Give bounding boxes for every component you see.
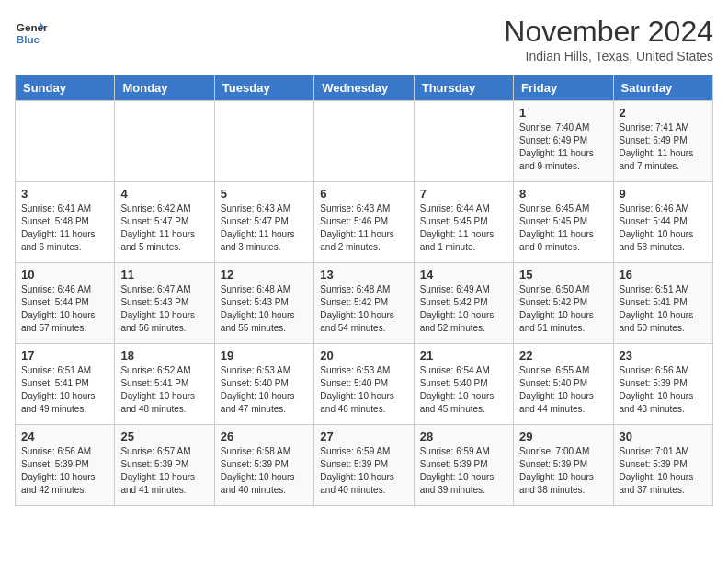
week-row-2: 3Sunrise: 6:41 AM Sunset: 5:48 PM Daylig… — [16, 182, 713, 263]
location-subtitle: Indian Hills, Texas, United States — [504, 49, 713, 63]
day-content: Sunrise: 6:56 AM Sunset: 5:39 PM Dayligh… — [620, 364, 707, 416]
calendar-cell: 24Sunrise: 6:56 AM Sunset: 5:39 PM Dayli… — [16, 425, 115, 506]
day-content: Sunrise: 6:46 AM Sunset: 5:44 PM Dayligh… — [21, 283, 108, 335]
day-number: 27 — [320, 430, 407, 443]
day-content: Sunrise: 6:49 AM Sunset: 5:42 PM Dayligh… — [420, 283, 507, 335]
day-number: 10 — [21, 268, 108, 282]
logo-icon: General Blue — [15, 15, 48, 48]
logo: General Blue — [15, 15, 48, 48]
weekday-header-friday: Friday — [514, 75, 613, 101]
calendar-cell: 15Sunrise: 6:50 AM Sunset: 5:42 PM Dayli… — [514, 263, 613, 344]
weekday-header-thursday: Thursday — [414, 75, 513, 101]
calendar-cell: 11Sunrise: 6:47 AM Sunset: 5:43 PM Dayli… — [115, 263, 214, 344]
week-row-5: 24Sunrise: 6:56 AM Sunset: 5:39 PM Dayli… — [16, 425, 713, 506]
day-number: 24 — [21, 430, 108, 443]
day-content: Sunrise: 6:51 AM Sunset: 5:41 PM Dayligh… — [620, 283, 707, 335]
day-number: 26 — [221, 430, 308, 443]
day-number: 2 — [620, 106, 707, 120]
day-content: Sunrise: 6:54 AM Sunset: 5:40 PM Dayligh… — [420, 364, 507, 416]
calendar-cell: 7Sunrise: 6:44 AM Sunset: 5:45 PM Daylig… — [414, 182, 513, 263]
calendar-cell: 8Sunrise: 6:45 AM Sunset: 5:45 PM Daylig… — [514, 182, 613, 263]
day-number: 15 — [519, 268, 607, 282]
day-content: Sunrise: 6:59 AM Sunset: 5:39 PM Dayligh… — [320, 445, 407, 497]
weekday-header-saturday: Saturday — [613, 75, 712, 101]
calendar-cell: 18Sunrise: 6:52 AM Sunset: 5:41 PM Dayli… — [115, 344, 214, 425]
day-number: 22 — [519, 349, 607, 362]
calendar-cell: 27Sunrise: 6:59 AM Sunset: 5:39 PM Dayli… — [314, 425, 414, 506]
day-content: Sunrise: 6:46 AM Sunset: 5:44 PM Dayligh… — [620, 202, 707, 254]
day-number: 1 — [519, 106, 607, 120]
day-content: Sunrise: 6:58 AM Sunset: 5:39 PM Dayligh… — [221, 445, 308, 497]
calendar-cell: 3Sunrise: 6:41 AM Sunset: 5:48 PM Daylig… — [16, 182, 115, 263]
day-number: 6 — [320, 187, 407, 201]
calendar-cell: 2Sunrise: 7:41 AM Sunset: 6:49 PM Daylig… — [613, 101, 712, 182]
calendar-cell: 16Sunrise: 6:51 AM Sunset: 5:41 PM Dayli… — [613, 263, 712, 344]
day-content: Sunrise: 7:00 AM Sunset: 5:39 PM Dayligh… — [519, 445, 607, 497]
day-content: Sunrise: 6:43 AM Sunset: 5:46 PM Dayligh… — [320, 202, 407, 254]
weekday-header-sunday: Sunday — [16, 75, 115, 101]
calendar-cell: 20Sunrise: 6:53 AM Sunset: 5:40 PM Dayli… — [314, 344, 414, 425]
day-number: 20 — [320, 349, 407, 362]
calendar-cell: 10Sunrise: 6:46 AM Sunset: 5:44 PM Dayli… — [16, 263, 115, 344]
day-content: Sunrise: 6:45 AM Sunset: 5:45 PM Dayligh… — [519, 202, 607, 254]
calendar-cell: 23Sunrise: 6:56 AM Sunset: 5:39 PM Dayli… — [613, 344, 712, 425]
weekday-header-wednesday: Wednesday — [314, 75, 414, 101]
weekday-header-row: SundayMondayTuesdayWednesdayThursdayFrid… — [16, 75, 713, 101]
svg-text:Blue: Blue — [17, 33, 40, 45]
calendar-cell — [414, 101, 513, 182]
calendar-cell — [214, 101, 313, 182]
calendar-cell: 30Sunrise: 7:01 AM Sunset: 5:39 PM Dayli… — [613, 425, 712, 506]
calendar-cell: 12Sunrise: 6:48 AM Sunset: 5:43 PM Dayli… — [214, 263, 313, 344]
day-number: 17 — [21, 349, 108, 362]
title-area: November 2024 Indian Hills, Texas, Unite… — [504, 15, 713, 63]
day-number: 18 — [120, 349, 208, 362]
calendar-cell: 26Sunrise: 6:58 AM Sunset: 5:39 PM Dayli… — [214, 425, 313, 506]
weekday-header-tuesday: Tuesday — [214, 75, 313, 101]
day-number: 3 — [21, 187, 108, 201]
day-number: 16 — [620, 268, 707, 282]
day-number: 19 — [221, 349, 308, 362]
day-number: 5 — [221, 187, 308, 201]
day-number: 30 — [620, 430, 707, 443]
calendar-cell: 19Sunrise: 6:53 AM Sunset: 5:40 PM Dayli… — [214, 344, 313, 425]
day-content: Sunrise: 6:52 AM Sunset: 5:41 PM Dayligh… — [120, 364, 208, 416]
calendar-cell: 5Sunrise: 6:43 AM Sunset: 5:47 PM Daylig… — [214, 182, 313, 263]
day-number: 23 — [620, 349, 707, 362]
day-content: Sunrise: 6:48 AM Sunset: 5:42 PM Dayligh… — [320, 283, 407, 335]
day-number: 7 — [420, 187, 507, 201]
day-content: Sunrise: 6:50 AM Sunset: 5:42 PM Dayligh… — [519, 283, 607, 335]
page-header: General Blue November 2024 Indian Hills,… — [15, 15, 713, 63]
calendar-cell: 17Sunrise: 6:51 AM Sunset: 5:41 PM Dayli… — [16, 344, 115, 425]
calendar-cell — [314, 101, 414, 182]
calendar-cell: 21Sunrise: 6:54 AM Sunset: 5:40 PM Dayli… — [414, 344, 513, 425]
day-content: Sunrise: 6:44 AM Sunset: 5:45 PM Dayligh… — [420, 202, 507, 254]
day-number: 21 — [420, 349, 507, 362]
day-number: 11 — [120, 268, 208, 282]
day-number: 25 — [120, 430, 208, 443]
day-content: Sunrise: 7:41 AM Sunset: 6:49 PM Dayligh… — [620, 121, 707, 173]
day-number: 9 — [620, 187, 707, 201]
calendar-cell — [16, 101, 115, 182]
weekday-header-monday: Monday — [115, 75, 214, 101]
calendar-table: SundayMondayTuesdayWednesdayThursdayFrid… — [15, 75, 713, 506]
calendar-cell — [115, 101, 214, 182]
day-number: 8 — [519, 187, 607, 201]
calendar-cell: 29Sunrise: 7:00 AM Sunset: 5:39 PM Dayli… — [514, 425, 613, 506]
week-row-1: 1Sunrise: 7:40 AM Sunset: 6:49 PM Daylig… — [16, 101, 713, 182]
calendar-cell: 25Sunrise: 6:57 AM Sunset: 5:39 PM Dayli… — [115, 425, 214, 506]
day-number: 12 — [221, 268, 308, 282]
day-number: 28 — [420, 430, 507, 443]
calendar-cell: 28Sunrise: 6:59 AM Sunset: 5:39 PM Dayli… — [414, 425, 513, 506]
month-title: November 2024 — [504, 15, 713, 49]
day-content: Sunrise: 6:59 AM Sunset: 5:39 PM Dayligh… — [420, 445, 507, 497]
calendar-cell: 4Sunrise: 6:42 AM Sunset: 5:47 PM Daylig… — [115, 182, 214, 263]
day-number: 13 — [320, 268, 407, 282]
calendar-cell: 6Sunrise: 6:43 AM Sunset: 5:46 PM Daylig… — [314, 182, 414, 263]
day-content: Sunrise: 6:47 AM Sunset: 5:43 PM Dayligh… — [120, 283, 208, 335]
day-content: Sunrise: 6:42 AM Sunset: 5:47 PM Dayligh… — [120, 202, 208, 254]
day-content: Sunrise: 6:53 AM Sunset: 5:40 PM Dayligh… — [320, 364, 407, 416]
day-content: Sunrise: 6:56 AM Sunset: 5:39 PM Dayligh… — [21, 445, 108, 497]
day-content: Sunrise: 6:41 AM Sunset: 5:48 PM Dayligh… — [21, 202, 108, 254]
day-number: 29 — [519, 430, 607, 443]
calendar-cell: 13Sunrise: 6:48 AM Sunset: 5:42 PM Dayli… — [314, 263, 414, 344]
